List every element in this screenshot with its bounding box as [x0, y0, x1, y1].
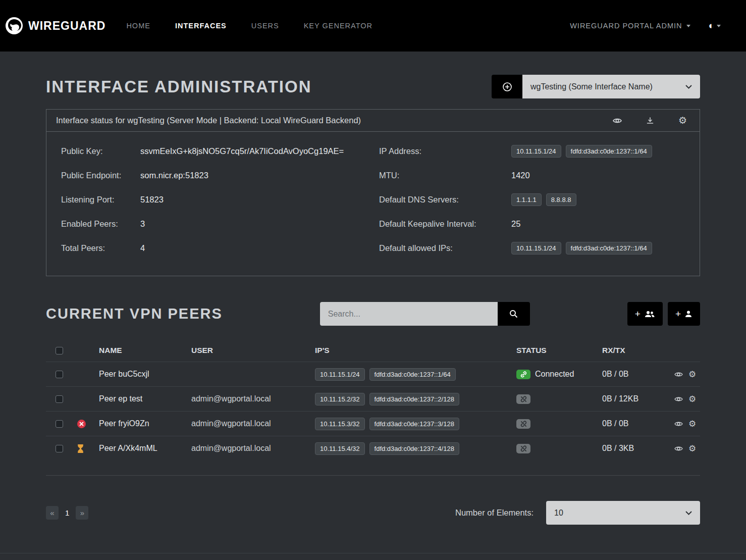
- brand[interactable]: WireGuard: [5, 17, 105, 35]
- peer-settings-gear-icon[interactable]: ⚙: [688, 420, 696, 428]
- col-header-status: STATUS: [516, 346, 602, 355]
- ip-badge: 10.11.15.1/24: [511, 242, 561, 254]
- view-config-eye-icon[interactable]: [613, 117, 622, 124]
- peer-user: admin@wgportal.local: [191, 444, 315, 453]
- peer-pending-hourglass-icon: [77, 444, 84, 453]
- peer-rxtx: 0B / 3KB: [602, 444, 674, 453]
- theme-toggle-dropdown[interactable]: ◐: [709, 20, 721, 31]
- chevron-down-icon: [717, 25, 721, 27]
- disconnected-link-slash-icon: [516, 419, 530, 429]
- peer-rxtx: 0B / 0B: [602, 370, 674, 379]
- peer-expired-x-circle-icon: [77, 420, 86, 428]
- row-checkbox[interactable]: [56, 420, 63, 428]
- col-header-name: NAME: [99, 346, 191, 355]
- elements-count-label: Number of Elements:: [455, 508, 534, 518]
- nav-item-key-generator[interactable]: KEY GENERATOR: [304, 22, 372, 30]
- peer-name: Peer A/Xk4mML: [99, 444, 191, 453]
- add-peer-button[interactable]: +: [668, 302, 700, 326]
- kv-keepalive: Default Keepalive Interval: 25: [379, 212, 685, 236]
- peer-settings-gear-icon[interactable]: ⚙: [688, 444, 696, 453]
- kv-total-peers: Total Peers: 4: [61, 236, 367, 260]
- add-interface-button[interactable]: [492, 75, 522, 98]
- nav-item-interfaces[interactable]: INTERFACES: [175, 22, 227, 30]
- ip-badge: fdfd:d3ad:c0de:1237::2/128: [369, 393, 459, 405]
- peer-settings-gear-icon[interactable]: ⚙: [688, 370, 696, 379]
- ip-badge: fdfd:d3ad:c0de:1237::1/64: [566, 242, 652, 254]
- col-header-rxtx: RX/TX: [602, 346, 674, 355]
- disconnected-link-slash-icon: [516, 444, 530, 453]
- peer-settings-gear-icon[interactable]: ⚙: [688, 395, 696, 403]
- user-menu-dropdown[interactable]: WIREGUARD PORTAL ADMIN: [570, 22, 690, 30]
- peer-view-eye-icon[interactable]: [674, 421, 683, 427]
- peer-rxtx: 0B / 0B: [602, 419, 674, 428]
- dns-badge: 1.1.1.1: [511, 193, 542, 206]
- kv-enabled-peers: Enabled Peers: 3: [61, 212, 367, 236]
- peer-view-eye-icon[interactable]: [674, 396, 683, 402]
- ip-badge: 10.11.15.3/32: [315, 418, 365, 430]
- peer-view-eye-icon[interactable]: [674, 371, 683, 378]
- chevron-down-icon: [686, 25, 690, 27]
- search-button[interactable]: [498, 302, 530, 326]
- nav-links: HOME INTERFACES USERS KEY GENERATOR: [126, 22, 372, 30]
- brand-name: WireGuard: [28, 19, 105, 33]
- footer: Copyright © My Company 2025 - version un…: [0, 553, 746, 560]
- plus-circle-icon: [502, 82, 512, 92]
- pagination-next-button[interactable]: »: [76, 506, 88, 520]
- row-checkbox[interactable]: [56, 395, 63, 403]
- peer-user: admin@wgportal.local: [191, 419, 315, 428]
- peers-table: NAME USER IP'S STATUS RX/TX Peer buC5cxj…: [46, 339, 700, 476]
- interface-status-card: Interface status for wgTesting (Server M…: [46, 109, 700, 276]
- table-header-row: NAME USER IP'S STATUS RX/TX: [46, 339, 700, 362]
- kv-mtu: MTU: 1420: [379, 163, 685, 187]
- nav-item-home[interactable]: HOME: [126, 22, 150, 30]
- peer-name: Peer buC5cxjl: [99, 370, 191, 379]
- page-title: INTERFACE ADMINISTRATION: [46, 77, 311, 96]
- table-row: Peer fryiO9Zn admin@wgportal.local 10.11…: [46, 411, 700, 436]
- table-row: Peer A/Xk4mML admin@wgportal.local 10.11…: [46, 436, 700, 461]
- ip-badge: fdfd:d3ad:c0de:1237::4/128: [369, 442, 459, 455]
- col-header-user: USER: [191, 346, 315, 355]
- peer-view-eye-icon[interactable]: [674, 445, 683, 452]
- interface-select-value: wgTesting (Some Interface Name): [530, 82, 653, 91]
- status-right-column: IP Address: 10.11.15.1/24 fdfd:d3ad:c0de…: [379, 139, 685, 260]
- status-label: Connected: [535, 370, 574, 379]
- disconnected-link-slash-icon: [516, 394, 530, 404]
- peer-rxtx: 0B / 12KB: [602, 394, 674, 403]
- user-menu-label: WIREGUARD PORTAL ADMIN: [570, 22, 682, 30]
- row-checkbox[interactable]: [56, 445, 63, 452]
- download-config-icon[interactable]: [646, 117, 654, 125]
- theme-half-circle-icon: ◐: [709, 20, 714, 31]
- dns-badge: 8.8.8.8: [546, 193, 576, 206]
- col-header-ips: IP'S: [315, 346, 516, 355]
- wireguard-logo-icon: [5, 17, 23, 35]
- top-navbar: WireGuard HOME INTERFACES USERS KEY GENE…: [0, 0, 746, 52]
- interface-settings-gear-icon[interactable]: ⚙: [678, 116, 687, 125]
- kv-public-key: Public Key: ssvmEeIxG+k8jsNO5G7cq5r/Ak7I…: [61, 139, 367, 163]
- elements-count-select[interactable]: 10: [546, 501, 700, 525]
- status-left-column: Public Key: ssvmEeIxG+k8jsNO5G7cq5r/Ak7I…: [61, 139, 367, 260]
- plus-icon: +: [635, 309, 641, 320]
- kv-public-endpoint: Public Endpoint: som.nicr.ep:51823: [61, 163, 367, 187]
- select-all-checkbox[interactable]: [56, 347, 63, 354]
- kv-dns-servers: Default DNS Servers: 1.1.1.1 8.8.8.8: [379, 187, 685, 212]
- add-multiple-peers-button[interactable]: +: [627, 302, 663, 326]
- ip-badge: 10.11.15.1/24: [511, 145, 561, 158]
- nav-item-users[interactable]: USERS: [251, 22, 279, 30]
- table-row: Peer ep test admin@wgportal.local 10.11.…: [46, 386, 700, 411]
- row-checkbox[interactable]: [56, 371, 63, 378]
- pagination-current-page[interactable]: 1: [59, 508, 76, 517]
- chevron-down-icon: [685, 511, 692, 515]
- interface-select[interactable]: wgTesting (Some Interface Name): [522, 75, 700, 98]
- users-group-icon: [644, 310, 655, 318]
- peer-search-group: [320, 302, 530, 326]
- user-icon: [684, 310, 692, 318]
- peer-search-input[interactable]: [320, 302, 498, 326]
- pagination: « 1 »: [46, 506, 88, 520]
- elements-count-value: 10: [554, 508, 563, 518]
- peer-name: Peer fryiO9Zn: [99, 419, 191, 428]
- ip-badge: 10.11.15.2/32: [315, 393, 365, 405]
- kv-ip-address: IP Address: 10.11.15.1/24 fdfd:d3ad:c0de…: [379, 139, 685, 163]
- plus-icon: +: [675, 309, 681, 320]
- status-card-title: Interface status for wgTesting (Server M…: [56, 116, 361, 125]
- pagination-prev-button[interactable]: «: [46, 506, 59, 520]
